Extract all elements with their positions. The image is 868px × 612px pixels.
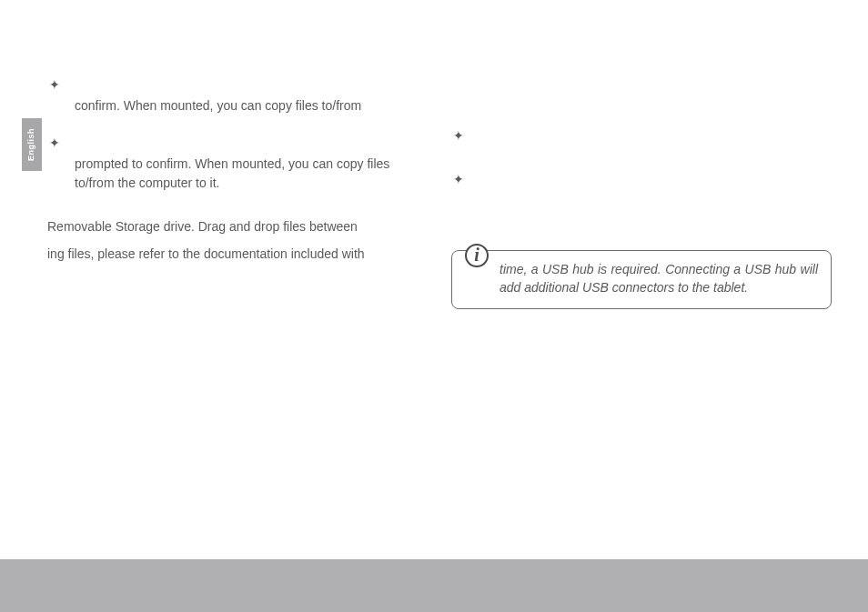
bullet-text: confirm. When mounted, you can copy file… — [75, 76, 429, 115]
info-callout: i time, a USB hub is required. Connectin… — [451, 250, 832, 309]
info-callout-text: time, a USB hub is required. Connecting … — [500, 260, 818, 297]
paragraph-1: Removable Storage drive. Drag and drop f… — [47, 217, 429, 236]
info-icon: i — [465, 244, 489, 267]
language-side-tab: English — [22, 118, 42, 171]
bullet-2-line: prompted to confirm. When mounted, you c… — [75, 155, 429, 192]
bullet-text: prompted to confirm. When mounted, you c… — [75, 135, 429, 192]
language-label: English — [25, 128, 37, 161]
page-content: ✦ confirm. When mounted, you can copy fi… — [47, 76, 833, 309]
footer-band — [0, 559, 868, 612]
paragraph-2: ing files, please refer to the documenta… — [47, 245, 429, 263]
bullet-1-line: confirm. When mounted, you can copy file… — [75, 96, 429, 115]
right-column: ✦ ✦ i time, a USB hub is required. Conne… — [451, 76, 833, 309]
star-icon: ✦ — [47, 76, 62, 95]
bullet-item-4: ✦ — [451, 171, 833, 189]
bullet-item-3: ✦ — [451, 127, 833, 145]
bullet-item-2: ✦ prompted to confirm. When mounted, you… — [47, 135, 429, 192]
star-icon: ✦ — [451, 171, 466, 189]
bullet-item-1: ✦ confirm. When mounted, you can copy fi… — [47, 76, 429, 115]
left-column: ✦ confirm. When mounted, you can copy fi… — [47, 76, 429, 309]
star-icon: ✦ — [47, 135, 62, 153]
star-icon: ✦ — [451, 127, 466, 145]
